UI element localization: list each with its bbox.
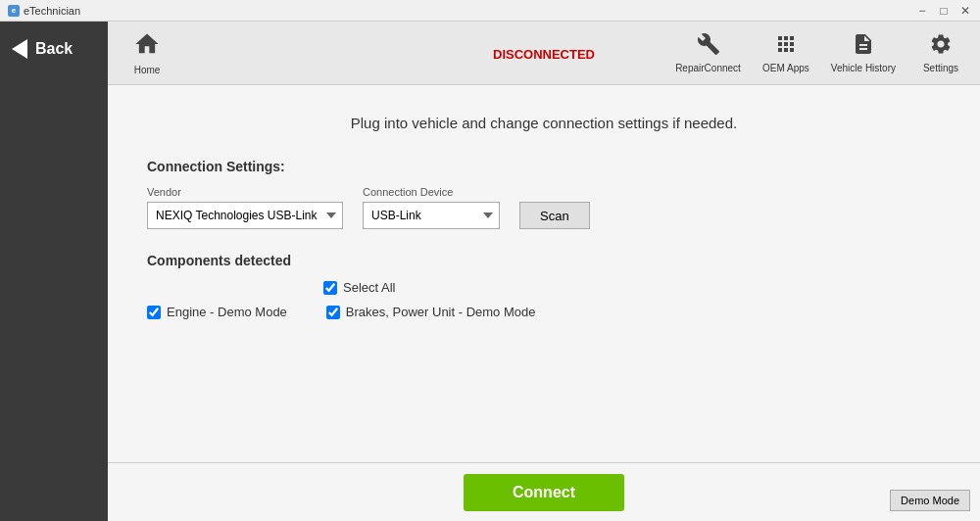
topnav-container: Home DISCONNECTED Rep [108, 22, 980, 85]
main-instruction: Plug into vehicle and change connection … [147, 115, 941, 131]
topnav: Home DISCONNECTED Rep [108, 22, 980, 85]
component-col-left: Engine - Demo Mode [147, 305, 287, 319]
vehicle-history-label: Vehicle History [831, 63, 896, 73]
back-button[interactable]: Back [0, 31, 108, 67]
demo-mode-button[interactable]: Demo Mode [890, 490, 970, 511]
minimize-button[interactable]: − [915, 4, 929, 18]
app-title: eTechnician [24, 5, 80, 17]
connection-row: Vendor NEXIQ Technologies USB-Link Other… [147, 186, 941, 229]
component-engine-checkbox[interactable] [147, 306, 161, 319]
components-detected-title: Components detected [147, 253, 941, 268]
component-brakes[interactable]: Brakes, Power Unit - Demo Mode [326, 305, 536, 319]
scan-button[interactable]: Scan [519, 202, 590, 229]
back-arrow-icon [12, 39, 27, 59]
nav-settings[interactable]: Settings [911, 32, 970, 73]
component-engine-label: Engine - Demo Mode [167, 305, 287, 319]
disconnected-label: DISCONNECTED [493, 47, 595, 62]
component-engine[interactable]: Engine - Demo Mode [147, 305, 287, 319]
home-label: Home [134, 65, 161, 75]
content-wrapper: Home DISCONNECTED Rep [108, 22, 980, 521]
repair-connect-icon [697, 32, 720, 61]
vehicle-history-icon [852, 32, 875, 61]
back-label: Back [35, 40, 73, 58]
select-all-checkbox[interactable] [323, 281, 337, 295]
connection-settings-section: Connection Settings: Vendor NEXIQ Techno… [147, 159, 941, 229]
vendor-label: Vendor [147, 186, 343, 198]
footer: Connect Demo Mode [108, 462, 980, 521]
vendor-field-group: Vendor NEXIQ Technologies USB-Link Other… [147, 186, 343, 229]
connection-device-label: Connection Device [363, 186, 500, 198]
titlebar: e eTechnician − □ ✕ [0, 0, 980, 22]
component-brakes-label: Brakes, Power Unit - Demo Mode [346, 305, 536, 319]
component-col-right: Brakes, Power Unit - Demo Mode [326, 305, 536, 319]
components-detected-section: Components detected Select All Engine - … [147, 253, 941, 319]
app-icon: e [8, 5, 20, 17]
oem-apps-label: OEM Apps [762, 63, 809, 73]
settings-label: Settings [923, 63, 958, 73]
titlebar-controls: − □ ✕ [915, 4, 972, 18]
home-icon [133, 30, 161, 63]
nav-home[interactable]: Home [118, 30, 176, 75]
nav-oem-apps[interactable]: OEM Apps [757, 32, 815, 73]
main-content: Plug into vehicle and change connection … [108, 85, 980, 462]
topnav-inner: Home DISCONNECTED Rep [118, 30, 970, 75]
connection-device-select[interactable]: USB-Link Bluetooth WiFi [363, 202, 500, 229]
oem-apps-icon [774, 32, 798, 61]
select-all-row: Select All [323, 280, 941, 295]
sidebar: Back [0, 22, 108, 521]
component-brakes-checkbox[interactable] [326, 306, 340, 319]
select-all-label[interactable]: Select All [323, 280, 941, 295]
settings-icon [929, 32, 953, 61]
maximize-button[interactable]: □ [937, 4, 951, 18]
connect-button[interactable]: Connect [464, 474, 624, 511]
select-all-text: Select All [343, 280, 395, 295]
nav-repair-connect[interactable]: RepairConnect [675, 32, 741, 73]
repair-connect-label: RepairConnect [675, 63, 741, 73]
components-grid: Engine - Demo Mode Brakes, Power Unit - … [147, 305, 941, 319]
titlebar-left: e eTechnician [8, 5, 80, 17]
connection-device-field-group: Connection Device USB-Link Bluetooth WiF… [363, 186, 500, 229]
nav-vehicle-history[interactable]: Vehicle History [831, 32, 896, 73]
nav-right: RepairConnect OEM Apps [675, 32, 970, 73]
app-container: Back Home DISCONNEC [0, 22, 980, 521]
close-button[interactable]: ✕ [958, 4, 972, 18]
connection-settings-title: Connection Settings: [147, 159, 941, 174]
vendor-select[interactable]: NEXIQ Technologies USB-Link Other Vendor [147, 202, 343, 229]
